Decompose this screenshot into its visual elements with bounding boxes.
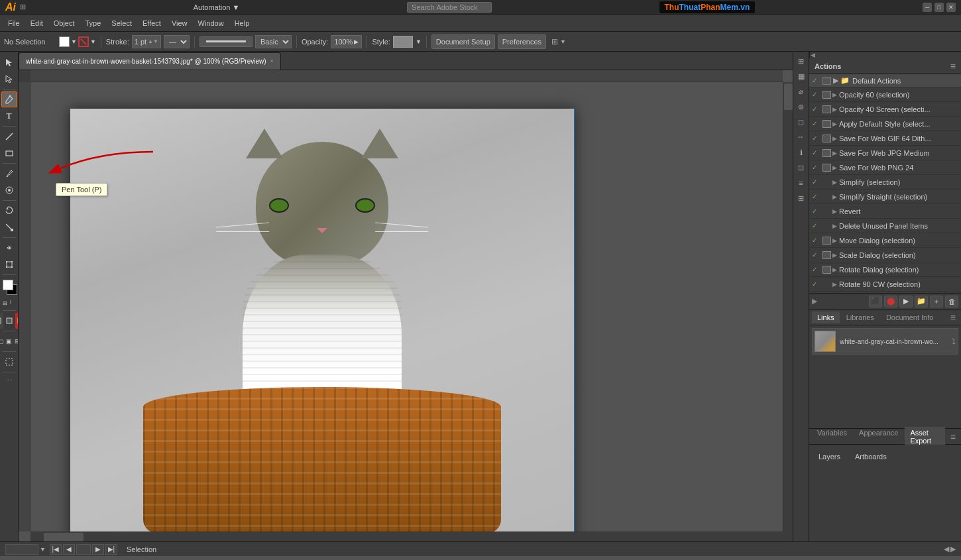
action-item-png24[interactable]: ✓ ▶ Save For Web PNG 24 [809,160,961,175]
panel-collapse-handle[interactable]: ◀ [809,52,816,58]
action-group-default[interactable]: ✓ ▶ 📁 Default Actions [809,74,961,87]
blob-brush-tool-btn[interactable] [1,182,17,198]
layers-subtab[interactable]: Layers [813,451,846,463]
action-dialog-empty[interactable] [822,193,831,201]
menu-view[interactable]: View [166,17,193,29]
action-dialog-empty[interactable] [822,222,831,230]
preferences-button[interactable]: Preferences [498,34,546,49]
group-checkbox[interactable] [822,77,831,85]
minimize-button[interactable]: ─ [923,3,932,12]
action-item-revert[interactable]: ✓ ▶ Revert [809,204,961,219]
action-item-rotate-dialog[interactable]: ✓ ▶ Rotate Dialog (selection) [809,262,961,277]
stop-action-btn[interactable]: ⬛ [869,296,882,308]
link-item-cat[interactable]: white-and-gray-cat-in-brown-wo... ⤵ [812,328,958,355]
action-item-delete-unused[interactable]: ✓ ▶ Delete Unused Panel Items [809,219,961,233]
document-info-tab[interactable]: Document Info [881,311,939,323]
stroke-weight[interactable]: 1 pt ▲▼ [132,35,161,48]
action-item-simplify-straight[interactable]: ✓ ▶ Simplify Straight (selection) [809,190,961,204]
maximize-button[interactable]: □ [934,3,944,12]
links-tab[interactable]: Links [812,311,840,323]
action-dialog-box[interactable] [822,149,831,157]
document-setup-button[interactable]: Document Setup [431,34,495,49]
action-item-opacity40[interactable]: ✓ ▶ Opacity 40 Screen (selecti... [809,102,961,117]
symbols-icon[interactable]: ⊕ [795,100,808,113]
stroke-profile[interactable]: — [164,35,190,48]
menu-object[interactable]: Object [48,17,80,29]
nav-prev-btn[interactable]: ◀ [63,544,75,555]
info-icon[interactable]: ℹ [795,146,808,159]
asset-export-tab[interactable]: Asset Export [905,427,944,447]
zoom-dropdown-arrow[interactable]: ▼ [40,546,46,553]
variables-tab[interactable]: Variables [812,427,852,447]
fill-swatch[interactable] [59,36,70,47]
type-tool-btn[interactable]: T [1,108,17,124]
view-options-icon[interactable]: ⊞ [551,37,558,46]
stroke-style-select[interactable]: Basic [255,35,292,48]
warp-tool-btn[interactable] [1,240,17,256]
align-icon[interactable]: ≡ [795,176,808,190]
actions-panel-menu-btn[interactable]: ≡ [950,61,956,72]
action-item-simplify[interactable]: ✓ ▶ Simplify (selection) [809,175,961,190]
fill-dropdown[interactable]: ▼ [71,38,77,45]
arrange-tool-btn[interactable] [1,354,17,370]
document-tab[interactable]: white-and-gray-cat-in-brown-woven-basket… [19,52,281,70]
action-dialog-empty[interactable] [822,280,831,288]
appearance-tab[interactable]: Appearance [854,427,903,447]
page-number-input[interactable]: 1 [76,544,91,555]
status-left-arrow[interactable]: ◀ [944,545,949,553]
action-item-scale-dialog[interactable]: ✓ ▶ Scale Dialog (selection) [809,248,961,262]
tab-close-btn[interactable]: × [270,58,274,64]
action-dialog-box[interactable] [822,120,831,128]
selection-tool-btn[interactable] [1,54,17,70]
normal-mode-btn[interactable] [0,313,3,329]
graphic-styles-icon[interactable]: ◻ [795,115,808,129]
brushes-icon[interactable]: ⌀ [795,85,808,98]
style-dropdown[interactable]: ▼ [416,38,422,45]
menu-effect[interactable]: Effect [137,17,166,29]
nav-first-btn[interactable]: |◀ [50,544,62,555]
menu-help[interactable]: Help [229,17,255,29]
behind-mode-btn[interactable] [4,313,15,329]
action-dialog-box[interactable] [822,164,831,172]
play-action-btn[interactable]: ▶ [899,296,913,308]
pathfinder-icon[interactable]: ⊞ [795,192,808,205]
menu-select[interactable]: Select [106,17,137,29]
rect-tool-btn[interactable] [1,145,17,161]
expand-panel-arrow[interactable]: ▶ [812,297,817,306]
bottom-panel-menu-btn[interactable]: ≡ [948,431,958,442]
action-dialog-box[interactable] [822,237,831,245]
new-action-set-btn[interactable]: 📁 [915,296,928,308]
stroke-swatch[interactable] [78,36,89,47]
new-action-btn[interactable]: + [930,296,943,308]
zoom-input[interactable]: 100% [5,544,38,555]
search-field[interactable]: Search Adobe Stock [407,2,492,13]
screen-mode-btn3[interactable]: ⊞ [13,333,19,349]
action-item-rotate90[interactable]: ✓ ▶ Rotate 90 CW (selection) [809,277,961,292]
status-right-arrow[interactable]: ▶ [950,545,956,553]
pen-tool-btn[interactable] [1,91,17,107]
three-dots-btn[interactable]: ... [5,374,12,381]
window-controls[interactable]: ─ □ ✕ [923,3,956,12]
action-dialog-empty[interactable] [822,207,831,215]
color-guide-icon[interactable]: ⊞ [795,54,808,68]
action-item-opacity60[interactable]: ✓ ▶ Opacity 60 (selection) [809,87,961,102]
menu-file[interactable]: File [3,17,25,29]
vertical-scrollbar[interactable] [783,82,793,532]
menu-window[interactable]: Window [193,17,229,29]
action-dialog-box[interactable] [822,135,831,142]
action-dialog-box[interactable] [822,266,831,274]
menu-edit[interactable]: Edit [25,17,48,29]
nav-last-btn[interactable]: ▶| [105,544,117,555]
action-dialog-box[interactable] [822,251,831,259]
swap-colors[interactable]: ↕ ⊞ [1,299,17,308]
link-embed-icon[interactable]: ⤵ [952,337,956,345]
pencil-tool-btn[interactable] [1,166,17,182]
record-action-btn[interactable]: ⬤ [884,296,897,308]
fg-color-swatch[interactable] [3,280,13,290]
swatches-icon[interactable]: ▦ [795,70,808,83]
line-tool-btn[interactable] [1,129,17,144]
action-dialog-box[interactable] [822,91,831,99]
action-item-jpg-medium[interactable]: ✓ ▶ Save For Web JPG Medium [809,146,961,160]
horizontal-scrollbar[interactable] [30,532,783,541]
automation-dropdown[interactable]: Automation ▼ [194,3,240,11]
